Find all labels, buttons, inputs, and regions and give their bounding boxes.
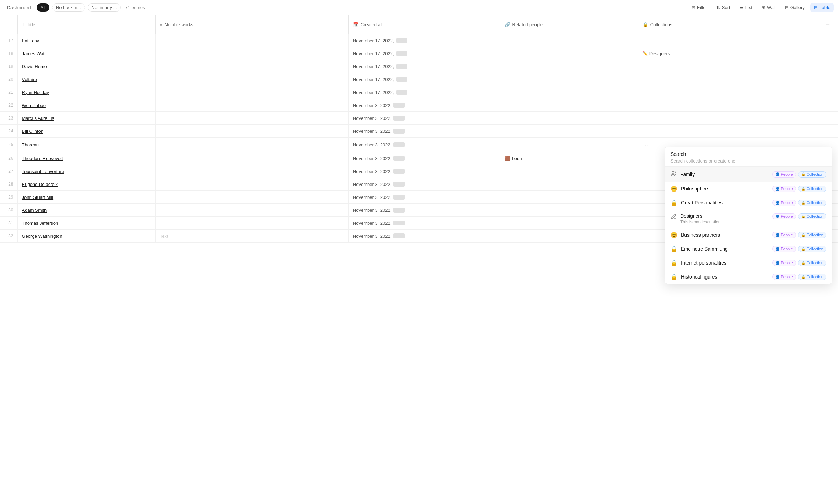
row-number: 26 [0, 152, 17, 165]
row-notable-works [155, 191, 348, 204]
col-created-label: Created at [361, 22, 382, 27]
collection-tag[interactable]: 🔒Collection [798, 200, 826, 206]
dropdown-collection-item[interactable]: 😊Philosophers👤People🔒Collection [665, 182, 832, 196]
date-text: November 3, 2022, [353, 142, 392, 147]
col-collections-label: Collections [650, 22, 673, 27]
row-title-link[interactable]: Ryan Holiday [22, 90, 49, 95]
row-title-link[interactable]: John Stuart Mill [22, 195, 54, 200]
collection-tag-label: Collection [807, 214, 823, 218]
filter-pill-all[interactable]: All [37, 3, 49, 12]
people-tag-icon: 👤 [775, 172, 780, 176]
gallery-view-button[interactable]: ⊟ Gallery [781, 3, 808, 12]
collection-tag-label: Collection [807, 247, 823, 251]
add-column-button[interactable]: + [822, 18, 834, 31]
row-title-cell: Adam Smith▸ [17, 204, 155, 217]
row-title-cell: Eugène Delacroix▸ [17, 178, 155, 191]
collection-tag-label: Collection [807, 201, 823, 205]
row-title-link[interactable]: Marcus Aurelius [22, 116, 54, 121]
dropdown-collection-item[interactable]: 🔒Historical figures👤People🔒Collection [665, 270, 832, 284]
row-notable-works [155, 152, 348, 165]
breadcrumb-dashboard[interactable]: Dashboard [4, 3, 34, 12]
dropdown-collection-item[interactable]: 😊Business partners👤People🔒Collection [665, 228, 832, 242]
sort-button[interactable]: ⇅ Sort [713, 3, 734, 12]
collection-tag[interactable]: 🔒Collection [798, 246, 826, 252]
people-tag-icon: 👤 [775, 201, 780, 205]
collection-tag[interactable]: 🔒Collection [798, 171, 826, 178]
row-created-at: November 3, 2022, [348, 204, 500, 217]
collection-tag-icon: 🔒 [801, 172, 805, 176]
row-created-at: November 17, 2022, [348, 73, 500, 86]
people-tag[interactable]: 👤People [772, 213, 796, 219]
date-blur [393, 195, 405, 200]
dropdown-collection-item[interactable]: Family👤People🔒Collection [665, 167, 832, 182]
row-title-link[interactable]: Toussaint Louverture [22, 169, 64, 174]
dropdown-search-subtitle: Search collections or create one [670, 158, 826, 164]
row-title-link[interactable]: Thomas Jefferson [22, 221, 58, 226]
row-title-link[interactable]: Thoreau [22, 142, 39, 147]
row-notable-works [155, 47, 348, 60]
row-title-link[interactable]: Voltaire [22, 77, 37, 82]
collection-item-tags: 👤People🔒Collection [772, 232, 826, 238]
row-collections [638, 34, 817, 47]
row-related-people [500, 99, 638, 112]
row-title-cell: Theodore Roosevelt▸ [17, 152, 155, 165]
list-view-button[interactable]: ☰ List [736, 3, 756, 12]
collection-tag-label: Collection [807, 275, 823, 279]
row-title-link[interactable]: Adam Smith [22, 208, 47, 213]
row-title-link[interactable]: James Watt [22, 51, 46, 56]
collection-tag[interactable]: 🔒Collection [798, 260, 826, 266]
filter-pill-no-backlink[interactable]: No backlin... [52, 3, 85, 12]
filter-pill-not-in-any[interactable]: Not in any ... [88, 3, 121, 12]
people-tag[interactable]: 👤People [772, 186, 796, 192]
people-tag[interactable]: 👤People [772, 200, 796, 206]
row-title-link[interactable]: Fat Tony [22, 38, 40, 43]
wall-view-button[interactable]: ⊞ Wall [758, 3, 779, 12]
date-text: November 3, 2022, [353, 156, 392, 161]
row-notable-works: Text [155, 230, 348, 243]
row-title-link[interactable]: Bill Clinton [22, 129, 43, 134]
related-person-chip[interactable]: 🟫Leon [505, 156, 522, 161]
row-related-people [500, 230, 638, 243]
row-created-at: November 3, 2022, [348, 191, 500, 204]
dropdown-collection-item[interactable]: 🔒Great Personalities👤People🔒Collection [665, 196, 832, 210]
table-row: 19David Hume▸November 17, 2022, [0, 60, 838, 73]
people-tag-label: People [781, 247, 793, 251]
collections-dropdown: Search Search collections or create one … [665, 147, 832, 284]
people-tag[interactable]: 👤People [772, 232, 796, 238]
collection-tag[interactable]: 🔒Collection [798, 232, 826, 238]
collection-item-body: Business partners [681, 232, 769, 238]
row-created-at: November 17, 2022, [348, 86, 500, 99]
dropdown-collection-item[interactable]: DesignersThis is my description....👤Peop… [665, 210, 832, 228]
row-title-cell: Fat Tony▸ [17, 34, 155, 47]
row-title-link[interactable]: George Washington [22, 233, 62, 239]
filter-button[interactable]: ⊟ Filter [688, 3, 711, 12]
table-view-button[interactable]: ⊞ Table [810, 3, 834, 12]
date-blur [393, 129, 405, 134]
date-text: November 3, 2022, [353, 233, 392, 239]
row-chevron-button[interactable]: ⌄ [642, 141, 651, 149]
row-number: 23 [0, 112, 17, 125]
collection-tag[interactable]: 🔒Collection [798, 274, 826, 280]
row-created-at: November 3, 2022, [348, 99, 500, 112]
row-title-link[interactable]: Theodore Roosevelt [22, 156, 63, 161]
collection-tag[interactable]: 🔒Collection [798, 213, 826, 219]
collection-chip[interactable]: ✏️Designers [642, 51, 670, 56]
row-title-link[interactable]: Wen Jiabao [22, 103, 46, 108]
dropdown-items-list: Family👤People🔒Collection😊Philosophers👤Pe… [665, 167, 832, 284]
row-number: 19 [0, 60, 17, 73]
collection-item-body: Historical figures [681, 274, 769, 280]
dropdown-collection-item[interactable]: 🔒Internet personalities👤People🔒Collectio… [665, 256, 832, 270]
row-number: 27 [0, 165, 17, 178]
people-tag[interactable]: 👤People [772, 246, 796, 252]
collection-tag[interactable]: 🔒Collection [798, 186, 826, 192]
collection-item-name: Eine neue Sammlung [681, 246, 769, 252]
row-title-link[interactable]: Eugène Delacroix [22, 182, 58, 187]
row-number: 28 [0, 178, 17, 191]
people-tag[interactable]: 👤People [772, 171, 796, 178]
people-tag-icon: 👤 [775, 233, 780, 237]
row-title-link[interactable]: David Hume [22, 64, 47, 69]
people-tag[interactable]: 👤People [772, 260, 796, 266]
dropdown-collection-item[interactable]: 🔒Eine neue Sammlung👤People🔒Collection [665, 242, 832, 256]
row-created-at: November 3, 2022, [348, 125, 500, 138]
people-tag[interactable]: 👤People [772, 274, 796, 280]
